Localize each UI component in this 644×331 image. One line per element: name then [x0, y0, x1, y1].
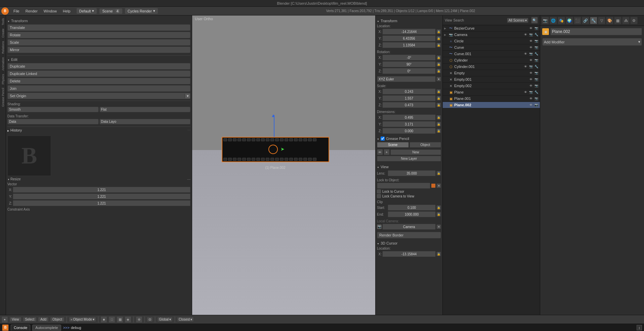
data-button[interactable]: Data: [7, 119, 99, 124]
rot-x-input[interactable]: [382, 54, 436, 61]
gp-edit-icon[interactable]: ✏: [377, 149, 383, 155]
lock-camera-checkbox[interactable]: [377, 194, 381, 198]
props-material-icon[interactable]: 🎨: [606, 17, 613, 24]
flat-button[interactable]: Flat: [99, 107, 191, 112]
cylinder001-extra[interactable]: 🔧: [534, 64, 539, 69]
edit-section-toggle[interactable]: [7, 58, 10, 62]
curve001-extra[interactable]: 🔧: [534, 51, 539, 56]
outliner-item-circle[interactable]: ○ Circle 👁 📷: [443, 38, 540, 44]
cylinder-render[interactable]: 📷: [534, 58, 539, 63]
rot-x-lock[interactable]: 🔒: [436, 55, 441, 60]
gp-new-button[interactable]: New: [390, 149, 441, 155]
outliner-item-empty002[interactable]: ✕ Empty.002 👁 📷: [443, 83, 540, 89]
cursor-section-toggle[interactable]: [377, 241, 379, 245]
beziercurve-visibility[interactable]: 👁: [528, 26, 533, 31]
outliner-view-btn[interactable]: View: [445, 19, 452, 22]
viewport[interactable]: User Ortho ▲: [192, 15, 375, 315]
clip-end-input[interactable]: [388, 211, 436, 217]
outliner-item-plane001[interactable]: ▣ Plane.001 👁 📷: [443, 96, 540, 102]
gp-new-layer-button[interactable]: New Layer: [377, 156, 441, 161]
gp-object-tab[interactable]: Object: [410, 142, 441, 148]
curve001-visibility[interactable]: 👁: [523, 51, 528, 56]
screen-layout-dropdown[interactable]: Default ▾: [77, 8, 97, 14]
dim-y-input[interactable]: [382, 121, 436, 127]
render-engine-dropdown[interactable]: Cycles Render ▾: [125, 8, 158, 14]
loc-y-input[interactable]: [382, 35, 436, 41]
circle-visibility[interactable]: 👁: [528, 39, 533, 43]
plane002-render[interactable]: 📷: [534, 103, 539, 107]
empty-render[interactable]: 📷: [534, 71, 539, 75]
cursor-x-lock[interactable]: 🔒: [436, 252, 441, 256]
euler-input[interactable]: [377, 76, 436, 82]
view-mode-icon[interactable]: ●: [1, 316, 8, 323]
clip-start-input[interactable]: [388, 205, 436, 211]
props-scene-icon[interactable]: 🎭: [558, 17, 565, 24]
menu-help[interactable]: Help: [60, 8, 73, 14]
dim-z-input[interactable]: [382, 128, 436, 134]
grease-pencil-toggle[interactable]: [377, 137, 379, 141]
gp-scene-tab[interactable]: Scene: [377, 142, 409, 148]
rot-y-input[interactable]: [382, 61, 436, 67]
plane-extra[interactable]: 🔧: [534, 90, 539, 95]
props-physics-icon[interactable]: ⚙: [630, 17, 638, 24]
view-btn[interactable]: View: [9, 317, 22, 322]
add-btn[interactable]: Add: [38, 317, 49, 322]
resize-z-input[interactable]: [13, 200, 190, 206]
loc-x-input[interactable]: [382, 29, 436, 35]
empty001-render[interactable]: 📷: [534, 77, 539, 82]
curve-visibility[interactable]: 👁: [528, 45, 533, 50]
object-mode-dropdown[interactable]: ● Object Mode ▾: [69, 317, 96, 322]
props-modifiers-icon[interactable]: 🔧: [590, 17, 597, 24]
outliner-item-cylinder001[interactable]: ⬡ Cylinder.001 👁 📷 🔧: [443, 64, 540, 70]
cursor-x-input[interactable]: [382, 251, 436, 257]
transform-section-toggle[interactable]: [7, 19, 10, 23]
console-tab[interactable]: Console: [11, 325, 30, 331]
lock-object-input[interactable]: [377, 183, 430, 189]
plane-visibility[interactable]: 👁: [523, 90, 528, 95]
outliner-item-camera[interactable]: ▶ 📷 Camera 👁 📷 🔧: [443, 32, 540, 38]
grease-pencil-checkbox[interactable]: [381, 137, 385, 141]
transform-space-dropdown[interactable]: Global ▾: [157, 317, 173, 322]
empty002-visibility[interactable]: 👁: [528, 83, 533, 88]
rot-z-input[interactable]: [382, 68, 436, 74]
dim-x-lock[interactable]: 🔒: [436, 115, 441, 120]
duplicate-linked-button[interactable]: Duplicate Linked: [7, 70, 190, 77]
clip-start-lock[interactable]: 🔒: [436, 205, 441, 210]
menu-file[interactable]: File: [11, 8, 22, 14]
viewport-shading-solid[interactable]: ■: [100, 316, 107, 323]
set-origin-button[interactable]: Set Origin ▾: [7, 93, 190, 99]
rotate-button[interactable]: Rotate: [7, 32, 190, 38]
dim-z-lock[interactable]: 🔒: [436, 128, 441, 133]
outliner-item-empty001[interactable]: ✕ Empty.001 👁 📷: [443, 76, 540, 83]
resize-toggle[interactable]: [7, 177, 10, 181]
vtab-relations[interactable]: Relations: [1, 40, 5, 55]
camera-x[interactable]: ✕: [436, 224, 441, 229]
curve-render[interactable]: 📷: [534, 45, 539, 50]
props-object-name-input[interactable]: [550, 28, 642, 35]
snap-target-dropdown[interactable]: Closest ▾: [177, 317, 194, 322]
console-resize-handle[interactable]: ↕: [637, 325, 642, 330]
resize-x-input[interactable]: [13, 187, 190, 193]
outliner-item-empty[interactable]: ✕ Empty 👁 📷: [443, 70, 540, 76]
plane001-render[interactable]: 📷: [534, 96, 539, 101]
console-input[interactable]: [71, 326, 117, 330]
loc-z-input[interactable]: [382, 42, 436, 48]
cylinder001-render[interactable]: 📷: [528, 64, 533, 69]
camera-input[interactable]: [382, 224, 436, 230]
duplicate-button[interactable]: Duplicate: [7, 63, 190, 70]
plane001-visibility[interactable]: 👁: [528, 96, 533, 101]
outliner-search-btn[interactable]: Search: [454, 19, 464, 22]
vtab-create[interactable]: Create: [1, 27, 5, 39]
rot-y-lock[interactable]: 🔒: [436, 62, 441, 67]
loc-y-lock[interactable]: 🔒: [436, 36, 441, 41]
view-section-toggle[interactable]: [377, 165, 379, 169]
props-render-layers-icon[interactable]: 🌐: [550, 17, 557, 24]
camera-visibility[interactable]: 👁: [523, 32, 528, 37]
empty002-render[interactable]: 📷: [534, 83, 539, 88]
vtab-tools[interactable]: Tools: [1, 17, 5, 27]
history-toggle[interactable]: [7, 128, 9, 132]
loc-z-lock[interactable]: 🔒: [436, 43, 441, 47]
scene-dropdown[interactable]: Scene 4: [99, 8, 122, 14]
vtab-animation[interactable]: Animation: [1, 56, 5, 72]
outliner-item-cylinder[interactable]: ⬡ Cylinder 👁 📷: [443, 57, 540, 64]
